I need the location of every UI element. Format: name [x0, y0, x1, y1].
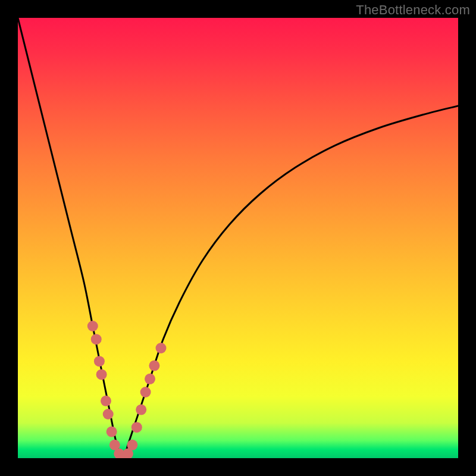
marker-dot	[101, 396, 111, 406]
marker-dot	[114, 449, 124, 458]
chart-svg	[18, 18, 458, 458]
marker-dot	[145, 374, 155, 384]
marker-dot	[109, 440, 120, 450]
marker-dot	[91, 334, 102, 345]
marker-dot	[96, 369, 107, 380]
marker-dot	[127, 440, 137, 450]
marker-dot	[131, 422, 142, 433]
marker-dot	[156, 343, 167, 353]
highlighted-points	[87, 321, 167, 458]
marker-dot	[87, 321, 98, 331]
marker-dot	[94, 356, 105, 367]
marker-dot	[123, 449, 133, 458]
marker-dot	[103, 409, 114, 419]
marker-dot	[107, 427, 117, 437]
chart-frame: TheBottleneck.com	[0, 0, 476, 476]
marker-dot	[136, 405, 146, 415]
bottleneck-curve	[18, 18, 458, 458]
watermark-text: TheBottleneck.com	[356, 2, 470, 18]
marker-dot	[140, 387, 151, 397]
plot-area	[18, 18, 458, 458]
marker-dot	[149, 361, 159, 371]
marker-dot	[118, 453, 129, 458]
